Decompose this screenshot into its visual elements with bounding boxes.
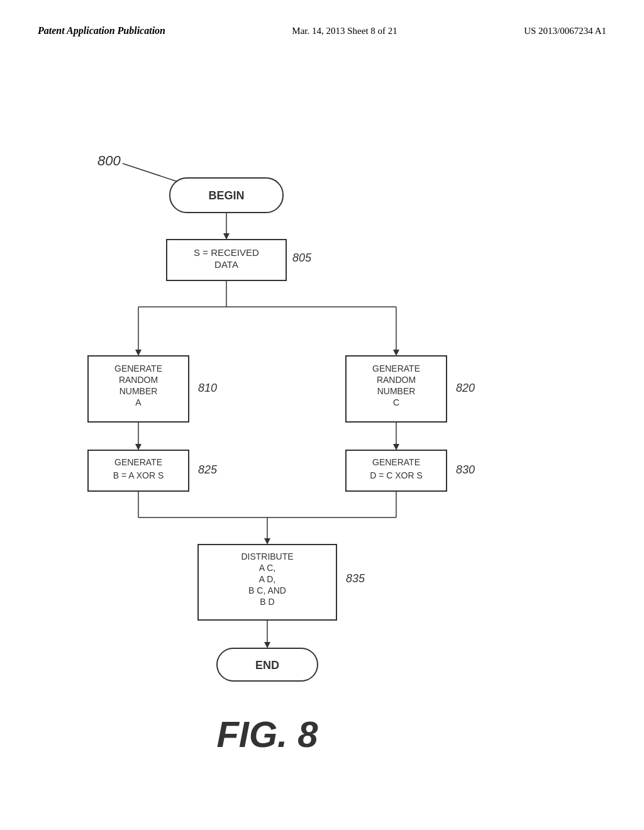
gen-d-line2: D = C XOR S [370,470,423,480]
dist-line2: A C, [259,563,275,573]
gen-b-node-label: 825 [198,463,218,476]
page-header: Patent Application Publication Mar. 14, … [0,0,644,36]
s-received-label-line1: S = RECEIVED [194,247,259,258]
header-publication-label: Patent Application Publication [38,25,165,36]
gen-d-node-label: 830 [456,463,475,476]
gen-d-line1: GENERATE [372,457,420,467]
header-date-sheet: Mar. 14, 2013 Sheet 8 of 21 [292,26,397,36]
dist-line3: A D, [259,574,275,584]
gen-a-line3: NUMBER [119,386,158,396]
gen-a-node-label: 810 [198,382,217,394]
s-received-label-line2: DATA [214,259,238,270]
gen-c-node-label: 820 [456,382,475,394]
diagram-number: 800 [97,153,121,169]
header-patent-number: US 2013/0067234 A1 [524,26,606,36]
begin-label: BEGIN [208,189,244,202]
dist-line4: B C, AND [248,585,286,595]
gen-a-line1: GENERATE [114,363,162,374]
arrowhead-gen-c [393,444,399,450]
s-node-label: 805 [292,252,312,264]
dist-node-label: 835 [346,572,365,585]
gen-b-line2: B = A XOR S [113,470,164,480]
gen-c-line3: NUMBER [377,386,416,396]
gen-c-line2: RANDOM [377,375,416,385]
gen-b-line1: GENERATE [114,457,162,467]
end-label: END [255,659,279,672]
arrowhead-gen-a [135,444,142,450]
dist-line1: DISTRIBUTE [241,551,293,562]
flowchart-svg: 800 BEGIN S = RECEIVED DATA 805 GENERATE… [0,43,644,785]
arrowhead-begin-s [223,233,230,240]
gen-c-line4: C [393,397,399,407]
gen-a-line4: A [135,397,142,407]
flowchart-diagram: 800 BEGIN S = RECEIVED DATA 805 GENERATE… [0,43,644,785]
arrowhead-dist-end [264,642,270,648]
arrowhead-left [135,350,142,356]
arrowhead-right [393,350,399,356]
figure-label: FIG. 8 [216,714,318,755]
dist-line5: B D [260,597,274,607]
gen-c-line1: GENERATE [372,363,420,374]
arrowhead-merge [264,538,270,545]
gen-a-line2: RANDOM [119,375,158,385]
